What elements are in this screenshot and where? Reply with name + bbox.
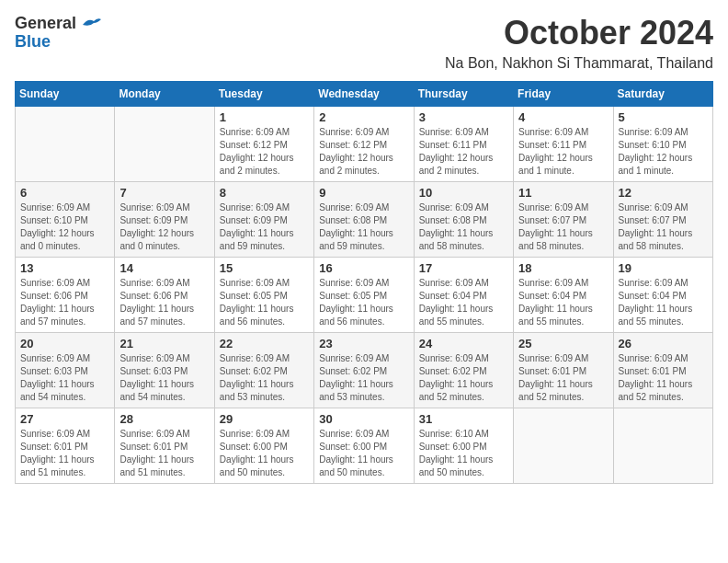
calendar-day-cell: 18Sunrise: 6:09 AM Sunset: 6:04 PM Dayli…	[514, 257, 613, 332]
day-number: 28	[119, 412, 209, 426]
calendar-day-cell: 6Sunrise: 6:09 AM Sunset: 6:10 PM Daylig…	[16, 181, 115, 257]
day-info: Sunrise: 6:09 AM Sunset: 6:10 PM Dayligh…	[20, 201, 109, 253]
day-number: 6	[20, 186, 109, 200]
calendar-day-cell: 31Sunrise: 6:10 AM Sunset: 6:00 PM Dayli…	[414, 408, 513, 483]
calendar-day-cell: 1Sunrise: 6:09 AM Sunset: 6:12 PM Daylig…	[214, 106, 313, 181]
day-info: Sunrise: 6:09 AM Sunset: 6:05 PM Dayligh…	[220, 277, 309, 328]
calendar-day-cell: 16Sunrise: 6:09 AM Sunset: 6:05 PM Dayli…	[314, 257, 414, 332]
day-info: Sunrise: 6:09 AM Sunset: 6:04 PM Dayligh…	[619, 277, 708, 328]
day-info: Sunrise: 6:09 AM Sunset: 6:04 PM Dayligh…	[419, 277, 508, 328]
day-number: 20	[20, 337, 109, 350]
day-info: Sunrise: 6:09 AM Sunset: 6:00 PM Dayligh…	[220, 428, 309, 479]
day-info: Sunrise: 6:09 AM Sunset: 6:00 PM Dayligh…	[319, 428, 408, 479]
day-info: Sunrise: 6:09 AM Sunset: 6:05 PM Dayligh…	[319, 277, 408, 328]
day-info: Sunrise: 6:09 AM Sunset: 6:12 PM Dayligh…	[220, 126, 309, 178]
day-number: 9	[319, 186, 408, 200]
calendar-day-cell: 10Sunrise: 6:09 AM Sunset: 6:08 PM Dayli…	[414, 181, 513, 257]
logo-blue: Blue	[15, 33, 101, 52]
day-info: Sunrise: 6:09 AM Sunset: 6:06 PM Dayligh…	[20, 277, 109, 328]
day-number: 10	[419, 186, 508, 200]
day-info: Sunrise: 6:09 AM Sunset: 6:08 PM Dayligh…	[319, 201, 408, 253]
calendar-day-cell: 20Sunrise: 6:09 AM Sunset: 6:03 PM Dayli…	[16, 332, 115, 408]
day-info: Sunrise: 6:09 AM Sunset: 6:03 PM Dayligh…	[20, 352, 109, 404]
day-info: Sunrise: 6:10 AM Sunset: 6:00 PM Dayligh…	[419, 428, 508, 479]
calendar-day-cell: 17Sunrise: 6:09 AM Sunset: 6:04 PM Dayli…	[414, 257, 513, 332]
location-title: Na Bon, Nakhon Si Thammarat, Thailand	[445, 55, 713, 72]
day-info: Sunrise: 6:09 AM Sunset: 6:10 PM Dayligh…	[619, 126, 708, 178]
day-info: Sunrise: 6:09 AM Sunset: 6:09 PM Dayligh…	[119, 201, 209, 253]
day-number: 18	[518, 261, 608, 275]
weekday-header: Tuesday	[214, 81, 313, 106]
calendar-week-row: 1Sunrise: 6:09 AM Sunset: 6:12 PM Daylig…	[16, 106, 713, 181]
calendar-day-cell: 28Sunrise: 6:09 AM Sunset: 6:01 PM Dayli…	[115, 408, 214, 483]
weekday-header: Thursday	[414, 81, 513, 106]
calendar-day-cell: 25Sunrise: 6:09 AM Sunset: 6:01 PM Dayli…	[514, 332, 613, 408]
day-number: 23	[319, 337, 408, 350]
calendar-day-cell: 23Sunrise: 6:09 AM Sunset: 6:02 PM Dayli…	[314, 332, 414, 408]
day-number: 4	[518, 110, 608, 124]
calendar-day-cell: 5Sunrise: 6:09 AM Sunset: 6:10 PM Daylig…	[613, 106, 712, 181]
calendar-header-row: SundayMondayTuesdayWednesdayThursdayFrid…	[16, 81, 713, 106]
day-number: 17	[419, 261, 508, 275]
day-number: 19	[619, 261, 708, 275]
calendar-day-cell: 22Sunrise: 6:09 AM Sunset: 6:02 PM Dayli…	[214, 332, 313, 408]
calendar-day-cell: 14Sunrise: 6:09 AM Sunset: 6:06 PM Dayli…	[115, 257, 214, 332]
day-info: Sunrise: 6:09 AM Sunset: 6:03 PM Dayligh…	[119, 352, 209, 404]
day-number: 30	[319, 412, 408, 426]
calendar-day-cell: 30Sunrise: 6:09 AM Sunset: 6:00 PM Dayli…	[314, 408, 414, 483]
day-number: 27	[20, 412, 109, 426]
calendar-day-cell: 7Sunrise: 6:09 AM Sunset: 6:09 PM Daylig…	[115, 181, 214, 257]
day-number: 1	[220, 110, 309, 124]
weekday-header: Monday	[115, 81, 214, 106]
day-info: Sunrise: 6:09 AM Sunset: 6:11 PM Dayligh…	[419, 126, 508, 178]
calendar-week-row: 13Sunrise: 6:09 AM Sunset: 6:06 PM Dayli…	[16, 257, 713, 332]
calendar-week-row: 27Sunrise: 6:09 AM Sunset: 6:01 PM Dayli…	[16, 408, 713, 483]
day-number: 3	[419, 110, 508, 124]
day-info: Sunrise: 6:09 AM Sunset: 6:02 PM Dayligh…	[419, 352, 508, 404]
day-number: 15	[220, 261, 309, 275]
weekday-header: Wednesday	[314, 81, 414, 106]
calendar-day-cell: 29Sunrise: 6:09 AM Sunset: 6:00 PM Dayli…	[214, 408, 313, 483]
calendar-day-cell	[613, 408, 712, 483]
day-info: Sunrise: 6:09 AM Sunset: 6:07 PM Dayligh…	[518, 201, 608, 253]
day-info: Sunrise: 6:09 AM Sunset: 6:07 PM Dayligh…	[619, 201, 708, 253]
calendar-week-row: 20Sunrise: 6:09 AM Sunset: 6:03 PM Dayli…	[16, 332, 713, 408]
calendar-day-cell: 19Sunrise: 6:09 AM Sunset: 6:04 PM Dayli…	[613, 257, 712, 332]
header: General Blue October 2024 Na Bon, Nakhon…	[15, 15, 713, 72]
day-info: Sunrise: 6:09 AM Sunset: 6:11 PM Dayligh…	[518, 126, 608, 178]
title-area: October 2024 Na Bon, Nakhon Si Thammarat…	[445, 15, 713, 72]
day-number: 29	[220, 412, 309, 426]
day-number: 5	[619, 110, 708, 124]
weekday-header: Sunday	[16, 81, 115, 106]
day-info: Sunrise: 6:09 AM Sunset: 6:08 PM Dayligh…	[419, 201, 508, 253]
logo-general: General	[15, 15, 101, 33]
day-info: Sunrise: 6:09 AM Sunset: 6:02 PM Dayligh…	[220, 352, 309, 404]
logo-bird-icon	[81, 16, 101, 32]
calendar-day-cell: 26Sunrise: 6:09 AM Sunset: 6:01 PM Dayli…	[613, 332, 712, 408]
calendar-day-cell: 24Sunrise: 6:09 AM Sunset: 6:02 PM Dayli…	[414, 332, 513, 408]
day-info: Sunrise: 6:09 AM Sunset: 6:09 PM Dayligh…	[220, 201, 309, 253]
calendar-day-cell: 9Sunrise: 6:09 AM Sunset: 6:08 PM Daylig…	[314, 181, 414, 257]
day-info: Sunrise: 6:09 AM Sunset: 6:01 PM Dayligh…	[119, 428, 209, 479]
calendar-day-cell: 11Sunrise: 6:09 AM Sunset: 6:07 PM Dayli…	[514, 181, 613, 257]
day-number: 8	[220, 186, 309, 200]
day-number: 25	[518, 337, 608, 350]
calendar-day-cell: 27Sunrise: 6:09 AM Sunset: 6:01 PM Dayli…	[16, 408, 115, 483]
calendar-day-cell	[514, 408, 613, 483]
day-info: Sunrise: 6:09 AM Sunset: 6:01 PM Dayligh…	[518, 352, 608, 404]
calendar-day-cell: 3Sunrise: 6:09 AM Sunset: 6:11 PM Daylig…	[414, 106, 513, 181]
day-number: 22	[220, 337, 309, 350]
calendar-day-cell: 12Sunrise: 6:09 AM Sunset: 6:07 PM Dayli…	[613, 181, 712, 257]
day-info: Sunrise: 6:09 AM Sunset: 6:04 PM Dayligh…	[518, 277, 608, 328]
day-number: 11	[518, 186, 608, 200]
day-info: Sunrise: 6:09 AM Sunset: 6:01 PM Dayligh…	[20, 428, 109, 479]
calendar-day-cell	[16, 106, 115, 181]
calendar-day-cell: 13Sunrise: 6:09 AM Sunset: 6:06 PM Dayli…	[16, 257, 115, 332]
weekday-header: Friday	[514, 81, 613, 106]
calendar-day-cell: 8Sunrise: 6:09 AM Sunset: 6:09 PM Daylig…	[214, 181, 313, 257]
day-number: 2	[319, 110, 408, 124]
day-number: 7	[119, 186, 209, 200]
calendar-day-cell: 15Sunrise: 6:09 AM Sunset: 6:05 PM Dayli…	[214, 257, 313, 332]
weekday-header: Saturday	[613, 81, 712, 106]
calendar-day-cell	[115, 106, 214, 181]
